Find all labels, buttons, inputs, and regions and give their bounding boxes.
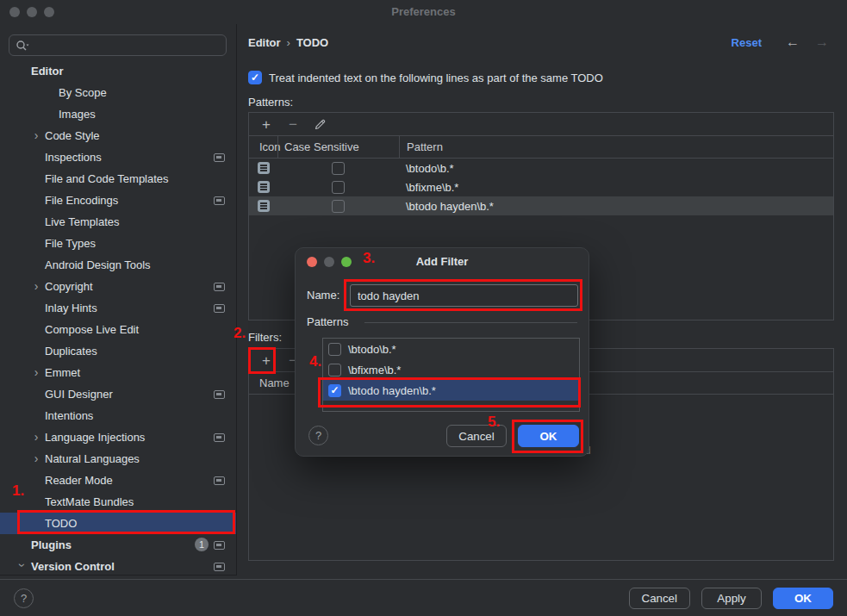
- sidebar-item-label: Live Templates: [45, 215, 119, 228]
- sidebar-item-label: Duplicates: [45, 345, 97, 358]
- sidebar-item-todo[interactable]: TODO: [0, 513, 236, 534]
- pattern-text: \btodo\b.*: [399, 162, 833, 175]
- breadcrumb-editor[interactable]: Editor: [248, 36, 281, 49]
- sidebar-item-label: Emmet: [45, 366, 80, 379]
- plugins-count-badge: 1: [195, 538, 209, 551]
- sidebar-item-by-scope[interactable]: By Scope: [0, 82, 236, 103]
- apply-button[interactable]: Apply: [701, 588, 762, 609]
- pattern-text: \btodo hayden\b.*: [399, 200, 833, 213]
- sidebar-item-file-encodings[interactable]: File Encodings: [0, 190, 236, 211]
- table-row[interactable]: \btodo\b.*: [249, 159, 833, 177]
- sidebar-item-reader-mode[interactable]: Reader Mode: [0, 470, 236, 491]
- sidebar-item-file-and-code-templates[interactable]: File and Code Templates: [0, 168, 236, 190]
- sidebar-item-label: Version Control: [31, 560, 115, 573]
- search-icon: [16, 40, 29, 52]
- sidebar-item-code-style[interactable]: ›Code Style: [0, 125, 236, 146]
- search-input[interactable]: [9, 34, 227, 56]
- patterns-table-header: Icon Case Sensitive Pattern: [249, 136, 833, 159]
- pattern-checkbox[interactable]: [328, 364, 341, 376]
- sidebar-item-natural-languages[interactable]: ›Natural Languages: [0, 448, 236, 470]
- pattern-checkbox[interactable]: [328, 343, 341, 356]
- reset-link[interactable]: Reset: [732, 36, 762, 49]
- sidebar-item-inspections[interactable]: Inspections: [0, 146, 236, 168]
- sidebar-item-label: File and Code Templates: [45, 172, 169, 185]
- chevron-right-icon[interactable]: ›: [31, 430, 41, 444]
- sidebar-item-android-design-tools[interactable]: Android Design Tools: [0, 254, 236, 276]
- sidebar-item-label: Intentions: [45, 409, 93, 422]
- list-item[interactable]: \btodo\b.*: [323, 339, 579, 359]
- chevron-right-icon[interactable]: ›: [31, 451, 41, 465]
- screen-icon: [214, 283, 225, 291]
- sidebar-item-images[interactable]: Images: [0, 103, 236, 125]
- settings-sidebar: Editor By Scope Images ›Code Style Inspe…: [0, 24, 237, 576]
- sidebar-item-plugins[interactable]: Plugins1: [0, 534, 236, 556]
- dialog-help-button[interactable]: ?: [308, 426, 328, 445]
- chevron-down-icon[interactable]: ›: [16, 560, 29, 570]
- sidebar-item-emmet[interactable]: ›Emmet: [0, 362, 236, 383]
- sidebar-item-label: Copyright: [45, 280, 93, 293]
- sidebar-item-intentions[interactable]: Intentions: [0, 405, 236, 426]
- screen-icon: [214, 433, 225, 442]
- ok-button[interactable]: OK: [773, 588, 833, 609]
- chevron-right-icon[interactable]: ›: [31, 128, 41, 142]
- sidebar-item-copyright[interactable]: ›Copyright: [0, 276, 236, 297]
- sidebar-item-gui-designer[interactable]: GUI Designer: [0, 383, 236, 405]
- edit-pattern-icon[interactable]: [313, 116, 327, 132]
- sidebar-item-compose-live-edit[interactable]: Compose Live Edit: [0, 319, 236, 340]
- case-sensitive-checkbox[interactable]: [332, 200, 345, 213]
- chevron-right-icon[interactable]: ›: [31, 365, 41, 379]
- screen-icon: [214, 476, 225, 485]
- dialog-patterns-list: \btodo\b.* \bfixme\b.* \btodo hayden\b.*: [322, 338, 580, 412]
- sidebar-item-label: Android Design Tools: [45, 258, 151, 271]
- treat-indented-label: Treat indented text on the following lin…: [269, 72, 603, 84]
- pattern-checkbox-checked[interactable]: [328, 384, 341, 397]
- case-sensitive-checkbox[interactable]: [332, 162, 345, 175]
- treat-indented-checkbox-row: Treat indented text on the following lin…: [248, 71, 603, 84]
- column-header-case-sensitive: Case Sensitive: [277, 136, 399, 158]
- case-sensitive-checkbox[interactable]: [332, 181, 345, 194]
- list-item[interactable]: \bfixme\b.*: [323, 359, 579, 380]
- remove-pattern-button[interactable]: −: [286, 117, 300, 132]
- sidebar-item-inlay-hints[interactable]: Inlay Hints: [0, 297, 236, 319]
- sidebar-item-label: Reader Mode: [45, 474, 113, 487]
- dialog-cancel-button[interactable]: Cancel: [446, 425, 507, 447]
- pattern-text: \btodo\b.*: [348, 343, 396, 356]
- dialog-title: Add Filter: [296, 255, 589, 268]
- sidebar-item-version-control[interactable]: ›Version Control: [0, 556, 236, 577]
- back-arrow-icon[interactable]: ←: [786, 34, 800, 50]
- list-item-selected[interactable]: \btodo hayden\b.*: [323, 380, 579, 401]
- sidebar-item-label: TextMate Bundles: [45, 495, 134, 508]
- sidebar-item-textmate-bundles[interactable]: TextMate Bundles: [0, 491, 236, 513]
- sidebar-item-language-injections[interactable]: ›Language Injections: [0, 426, 236, 448]
- breadcrumb-todo: TODO: [296, 36, 328, 49]
- pattern-text: \btodo hayden\b.*: [348, 384, 436, 397]
- add-pattern-button[interactable]: +: [259, 117, 273, 132]
- pattern-text: \bfixme\b.*: [399, 181, 833, 194]
- dialog-ok-button[interactable]: OK: [518, 425, 579, 447]
- chevron-right-icon[interactable]: ›: [31, 279, 41, 293]
- screen-icon: [214, 153, 225, 162]
- filter-name-input[interactable]: [350, 284, 578, 307]
- sidebar-item-label: Language Injections: [45, 431, 145, 444]
- sidebar-item-live-templates[interactable]: Live Templates: [0, 211, 236, 233]
- cancel-button[interactable]: Cancel: [629, 588, 691, 609]
- todo-list-icon: [258, 200, 270, 212]
- screen-icon: [214, 390, 225, 399]
- sidebar-item-label: Inspections: [45, 151, 102, 164]
- todo-list-icon: [258, 162, 270, 174]
- add-filter-dialog: Add Filter Name: Patterns \btodo\b.* \bf…: [295, 247, 589, 457]
- table-row-selected[interactable]: \btodo hayden\b.*: [249, 196, 833, 215]
- sidebar-item-label: Inlay Hints: [45, 302, 97, 314]
- sidebar-item-label: Compose Live Edit: [45, 323, 139, 336]
- sidebar-item-editor[interactable]: Editor: [0, 60, 236, 82]
- dialog-name-label: Name:: [307, 289, 339, 302]
- table-row[interactable]: \bfixme\b.*: [249, 177, 833, 196]
- add-filter-button[interactable]: +: [259, 353, 273, 368]
- sidebar-item-label: Images: [59, 108, 96, 121]
- settings-tree: Editor By Scope Images ›Code Style Inspe…: [0, 60, 236, 577]
- treat-indented-checkbox[interactable]: [248, 71, 262, 84]
- sidebar-item-file-types[interactable]: File Types: [0, 233, 236, 254]
- screen-icon: [214, 304, 225, 313]
- sidebar-item-duplicates[interactable]: Duplicates: [0, 340, 236, 362]
- help-button[interactable]: ?: [14, 588, 34, 608]
